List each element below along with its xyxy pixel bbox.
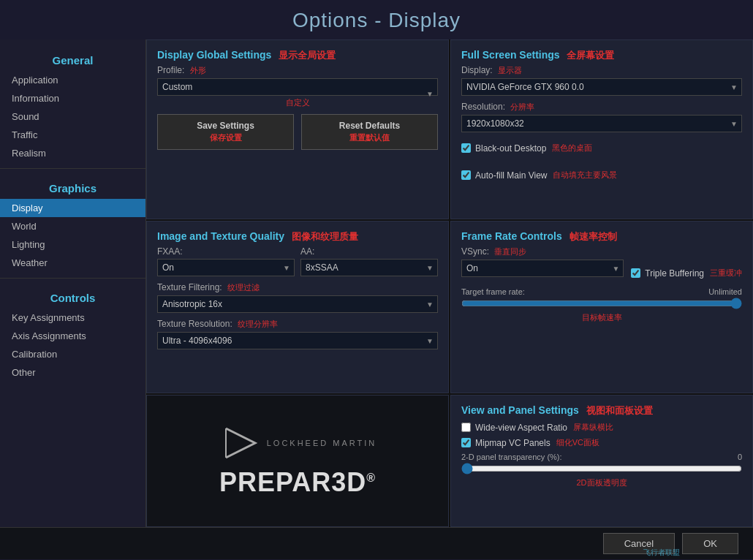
display-select-wrapper: NVIDIA GeForce GTX 960 0.0 ▼ bbox=[461, 78, 742, 96]
vsync-select-wrapper: On ▼ bbox=[461, 260, 624, 277]
texture-res-label: Texture Resolution: 纹理分辨率 bbox=[157, 319, 438, 330]
panel-trans-row: 2-D panel transparency (%): 0 2D面板透明度 bbox=[461, 453, 742, 488]
panel-logo: LOCKHEED MARTIN PREPAR3D® bbox=[146, 395, 449, 527]
panel-frame-rate-title: Frame Rate Controls 帧速率控制 bbox=[461, 230, 742, 243]
panel-trans-label-row: 2-D panel transparency (%): 0 bbox=[461, 453, 742, 461]
fxaa-group: FXAA: On ▼ bbox=[157, 246, 295, 282]
sidebar-section-general: General bbox=[0, 47, 145, 71]
texture-filter-select-wrapper: Anisotropic 16x ▼ bbox=[157, 295, 438, 313]
sidebar-item-other[interactable]: Other bbox=[0, 363, 145, 382]
sidebar-item-calibration[interactable]: Calibration bbox=[0, 345, 145, 363]
profile-select[interactable]: Custom bbox=[157, 78, 438, 96]
vsync-label: VSync: 垂直同步 bbox=[461, 246, 742, 257]
settings-btn-row: Save Settings 保存设置 Reset Defaults 重置默认值 bbox=[157, 114, 438, 150]
divider-2 bbox=[0, 278, 145, 279]
triple-buf-checkbox[interactable] bbox=[631, 268, 640, 278]
sidebar-item-lighting[interactable]: Lighting bbox=[0, 235, 145, 254]
panel-image-texture: Image and Texture Quality 图像和纹理质量 FXAA: … bbox=[146, 221, 449, 394]
ok-button[interactable]: OK bbox=[682, 533, 738, 554]
mipmap-check-row: Mipmap VC Panels 细化VC面板 bbox=[461, 437, 742, 448]
target-frame-rate-label-row: Target frame rate: Unlimited bbox=[461, 287, 742, 296]
texture-res-select-wrapper: Ultra - 4096x4096 ▼ bbox=[157, 332, 438, 349]
texture-filter-label: Texture Filtering: 纹理过滤 bbox=[157, 282, 438, 293]
sidebar-item-information[interactable]: Information bbox=[0, 89, 145, 107]
panel-full-screen: Full Screen Settings 全屏幕设置 Display: 显示器 … bbox=[450, 39, 753, 219]
display-label: Display: 显示器 bbox=[461, 65, 742, 76]
panel-view-settings-title: View and Panel Settings 视图和面板设置 bbox=[461, 404, 742, 417]
wideview-check-row: Wide-view Aspect Ratio 屏幕纵横比 bbox=[461, 422, 742, 433]
wideview-checkbox[interactable] bbox=[461, 423, 471, 432]
autofill-check-row: Auto-fill Main View 自动填充主要风景 bbox=[461, 170, 617, 181]
resolution-label: Resolution: 分辨率 bbox=[461, 102, 742, 113]
vsync-select[interactable]: On bbox=[461, 260, 624, 277]
content-area: Display Global Settings 显示全局设置 Profile: … bbox=[146, 39, 753, 527]
panel-image-texture-title: Image and Texture Quality 图像和纹理质量 bbox=[157, 230, 438, 243]
blackout-check-row: Black-out Desktop 黑色的桌面 bbox=[461, 143, 592, 154]
autofill-checkbox[interactable] bbox=[461, 170, 471, 180]
resolution-select[interactable]: 1920x1080x32 bbox=[461, 115, 742, 132]
divider-1 bbox=[0, 168, 145, 169]
panel-display-global-title: Display Global Settings 显示全局设置 bbox=[157, 49, 438, 62]
display-select[interactable]: NVIDIA GeForce GTX 960 0.0 bbox=[461, 78, 742, 96]
panel-full-screen-title: Full Screen Settings 全屏幕设置 bbox=[461, 49, 742, 62]
profile-label: Profile: 外形 bbox=[157, 65, 438, 76]
panel-frame-rate: Frame Rate Controls 帧速率控制 VSync: 垂直同步 On… bbox=[450, 221, 753, 394]
aa-label: AA: bbox=[300, 246, 438, 257]
profile-cn-label: 自定义 bbox=[157, 97, 438, 108]
main-layout: General Application Information Sound Tr… bbox=[0, 39, 753, 527]
triple-buf-check-row: Triple Buffering 三重缓冲 bbox=[631, 268, 742, 279]
prepar3d-logo: PREPAR3D® bbox=[219, 467, 376, 498]
texture-res-select[interactable]: Ultra - 4096x4096 bbox=[157, 332, 438, 349]
lockheed-logo: LOCKHEED MARTIN bbox=[219, 425, 377, 461]
panel-trans-slider[interactable] bbox=[461, 463, 742, 474]
sidebar-item-world[interactable]: World bbox=[0, 217, 145, 235]
sidebar: General Application Information Sound Tr… bbox=[0, 39, 146, 527]
profile-select-wrapper: Custom ▼ 自定义 bbox=[157, 78, 438, 108]
fxaa-select[interactable]: On bbox=[157, 259, 295, 276]
fxaa-aa-row: FXAA: On ▼ AA: 8xSSAA ▼ bbox=[157, 246, 438, 282]
aa-select-wrapper: 8xSSAA ▼ bbox=[300, 259, 438, 276]
sidebar-item-traffic[interactable]: Traffic bbox=[0, 126, 145, 144]
mipmap-checkbox[interactable] bbox=[461, 438, 471, 447]
target-frame-rate-slider[interactable] bbox=[461, 298, 742, 309]
sidebar-item-weather[interactable]: Weather bbox=[0, 254, 145, 272]
full-screen-checks: Black-out Desktop 黑色的桌面 Auto-fill Main V… bbox=[461, 138, 742, 181]
save-settings-button[interactable]: Save Settings 保存设置 bbox=[157, 114, 294, 150]
sidebar-item-key-assignments[interactable]: Key Assignments bbox=[0, 309, 145, 327]
blackout-checkbox[interactable] bbox=[461, 143, 471, 153]
bottom-bar: Cancel OK 飞行者联盟 bbox=[0, 527, 753, 559]
panel-view-settings: View and Panel Settings 视图和面板设置 Wide-vie… bbox=[450, 395, 753, 527]
vsync-row: On ▼ Triple Buffering 三重缓冲 bbox=[461, 260, 742, 283]
sidebar-item-sound[interactable]: Sound bbox=[0, 107, 145, 126]
target-cn-label: 目标帧速率 bbox=[461, 312, 742, 323]
watermark: 飞行者联盟 bbox=[643, 548, 680, 558]
sidebar-section-controls: Controls bbox=[0, 284, 145, 309]
sidebar-section-graphics: Graphics bbox=[0, 175, 145, 199]
lockheed-arrow-icon bbox=[219, 425, 262, 461]
target-frame-rate-row: Target frame rate: Unlimited 目标帧速率 bbox=[461, 287, 742, 323]
resolution-select-wrapper: 1920x1080x32 ▼ bbox=[461, 115, 742, 132]
page-title: Options - Display bbox=[0, 0, 753, 39]
reset-defaults-button[interactable]: Reset Defaults 重置默认值 bbox=[301, 114, 438, 150]
texture-filter-select[interactable]: Anisotropic 16x bbox=[157, 295, 438, 313]
panel-trans-cn-label: 2D面板透明度 bbox=[461, 477, 742, 488]
fxaa-label: FXAA: bbox=[157, 246, 295, 257]
sidebar-item-realism[interactable]: Realism bbox=[0, 144, 145, 162]
sidebar-item-application[interactable]: Application bbox=[0, 71, 145, 89]
panel-display-global: Display Global Settings 显示全局设置 Profile: … bbox=[146, 39, 449, 219]
sidebar-item-axis-assignments[interactable]: Axis Assignments bbox=[0, 327, 145, 345]
fxaa-select-wrapper: On ▼ bbox=[157, 259, 295, 276]
aa-select[interactable]: 8xSSAA bbox=[300, 259, 438, 276]
aa-group: AA: 8xSSAA ▼ bbox=[300, 246, 438, 282]
sidebar-item-display[interactable]: Display bbox=[0, 199, 145, 217]
